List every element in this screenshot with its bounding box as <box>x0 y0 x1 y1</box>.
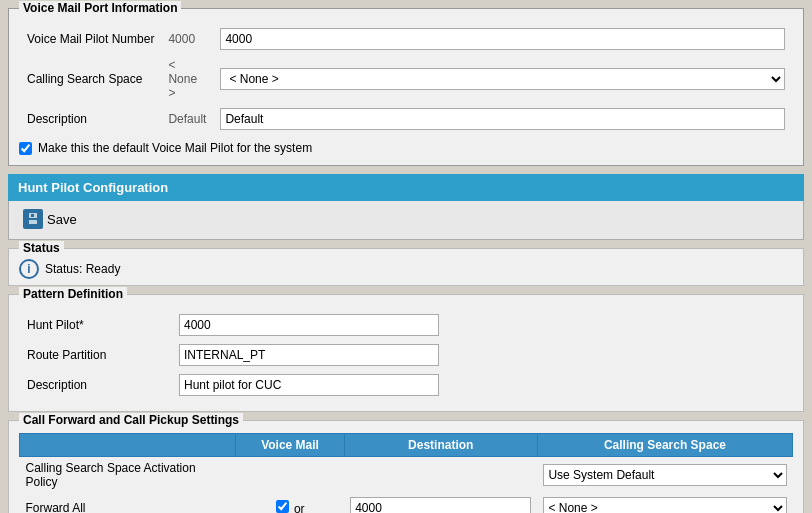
forward-all-voicemail-checkbox[interactable] <box>276 500 289 513</box>
pattern-description-input[interactable] <box>179 374 439 396</box>
calling-search-space-row: Calling Search Space < None > < None > <box>21 55 791 103</box>
route-partition-row: Route Partition <box>21 341 791 369</box>
info-icon: i <box>19 259 39 279</box>
route-partition-label: Route Partition <box>21 341 171 369</box>
css-activation-policy-row: Calling Search Space Activation Policy U… <box>20 457 793 494</box>
status-row: i Status: Ready <box>19 259 793 279</box>
save-icon <box>23 209 43 229</box>
forward-all-label: Forward All <box>20 493 236 513</box>
pattern-definition-section: Pattern Definition Hunt Pilot* Route Par… <box>8 294 804 412</box>
default-voicemail-label: Make this the default Voice Mail Pilot f… <box>38 141 312 155</box>
calling-search-space-default: < None > <box>162 55 212 103</box>
forward-all-voicemail: or <box>236 493 344 513</box>
voice-mail-form-table: Voice Mail Pilot Number 4000 Calling Sea… <box>19 23 793 135</box>
call-forward-header-row: Voice Mail Destination Calling Search Sp… <box>20 434 793 457</box>
voicemail-header: Voice Mail <box>236 434 344 457</box>
status-legend: Status <box>19 241 64 255</box>
description-input-cell <box>214 105 791 133</box>
voice-mail-port-section: Voice Mail Port Information Voice Mail P… <box>8 8 804 166</box>
css-activation-policy-destination <box>344 457 537 494</box>
hunt-pilot-title: Hunt Pilot Configuration <box>18 180 168 195</box>
forward-all-or-text: or <box>294 502 305 513</box>
forward-all-destination <box>344 493 537 513</box>
empty-header <box>20 434 236 457</box>
pattern-form-table: Hunt Pilot* Route Partition Description <box>19 309 793 401</box>
svg-rect-3 <box>31 214 34 217</box>
svg-rect-2 <box>29 220 37 224</box>
forward-all-row: Forward All or < None > <box>20 493 793 513</box>
save-label: Save <box>47 212 77 227</box>
pattern-description-input-cell <box>173 371 791 399</box>
destination-header: Destination <box>344 434 537 457</box>
status-text: Status: Ready <box>45 262 120 276</box>
description-default: Default <box>162 105 212 133</box>
pattern-description-row: Description <box>21 371 791 399</box>
pattern-definition-legend: Pattern Definition <box>19 287 127 301</box>
voice-mail-pilot-input-cell <box>214 25 791 53</box>
description-label: Description <box>21 105 160 133</box>
calling-search-space-select[interactable]: < None > <box>220 68 785 90</box>
hunt-pilot-input[interactable] <box>179 314 439 336</box>
hunt-pilot-input-cell <box>173 311 791 339</box>
voice-mail-pilot-default: 4000 <box>162 25 212 53</box>
voice-mail-pilot-label: Voice Mail Pilot Number <box>21 25 160 53</box>
save-button[interactable]: Save <box>19 207 81 231</box>
voice-mail-pilot-row: Voice Mail Pilot Number 4000 <box>21 25 791 53</box>
call-forward-section: Call Forward and Call Pickup Settings Vo… <box>8 420 804 513</box>
css-activation-policy-select-cell: Use System Default <box>537 457 792 494</box>
hunt-pilot-row: Hunt Pilot* <box>21 311 791 339</box>
pattern-description-label: Description <box>21 371 171 399</box>
default-voicemail-checkbox-row: Make this the default Voice Mail Pilot f… <box>19 141 793 155</box>
description-row: Description Default <box>21 105 791 133</box>
calling-search-space-input-cell: < None > <box>214 55 791 103</box>
voice-mail-port-legend: Voice Mail Port Information <box>19 1 181 15</box>
hunt-pilot-label: Hunt Pilot* <box>21 311 171 339</box>
route-partition-input-cell <box>173 341 791 369</box>
forward-all-css-cell: < None > <box>537 493 792 513</box>
calling-search-space-header: Calling Search Space <box>537 434 792 457</box>
description-input[interactable] <box>220 108 785 130</box>
hunt-pilot-header: Hunt Pilot Configuration <box>8 174 804 201</box>
forward-all-destination-input[interactable] <box>350 497 531 513</box>
call-forward-legend: Call Forward and Call Pickup Settings <box>19 413 243 427</box>
call-forward-table: Voice Mail Destination Calling Search Sp… <box>19 433 793 513</box>
css-activation-policy-voicemail <box>236 457 344 494</box>
forward-all-css-select[interactable]: < None > <box>543 497 786 513</box>
default-voicemail-checkbox[interactable] <box>19 142 32 155</box>
voice-mail-pilot-input[interactable] <box>220 28 785 50</box>
css-activation-policy-select[interactable]: Use System Default <box>543 464 786 486</box>
calling-search-space-label: Calling Search Space <box>21 55 160 103</box>
status-section: Status i Status: Ready <box>8 248 804 286</box>
route-partition-input[interactable] <box>179 344 439 366</box>
css-activation-policy-label: Calling Search Space Activation Policy <box>20 457 236 494</box>
hunt-pilot-body: Save <box>8 201 804 240</box>
